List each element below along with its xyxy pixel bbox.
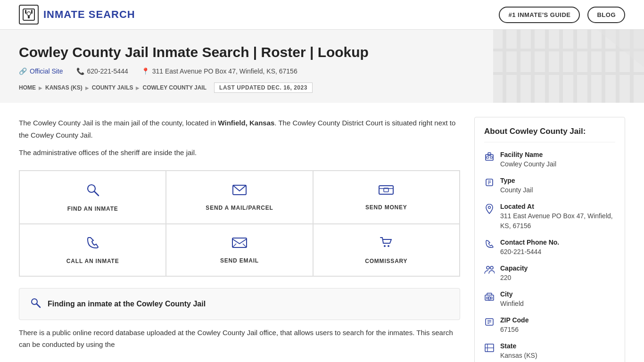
svg-rect-12	[587, 30, 591, 103]
intro-bold: Winfield, Kansas	[218, 119, 274, 127]
send-mail-icon	[232, 183, 247, 200]
svg-point-40	[488, 206, 491, 209]
sidebar: About Cowley County Jail: Facility Name …	[474, 117, 625, 362]
city-value: Winfield	[500, 299, 524, 309]
finding-title: Finding an inmate at the Cowley County J…	[48, 300, 206, 308]
hero-background	[493, 30, 644, 103]
send-money-cell[interactable]: SEND MONEY	[313, 171, 460, 224]
call-inmate-cell[interactable]: CALL AN INMATE	[19, 224, 166, 276]
svg-point-42	[490, 266, 493, 269]
svg-rect-46	[489, 296, 490, 300]
info-row-capacity: Capacity 220	[484, 264, 615, 283]
hero-section: Cowley County Jail Inmate Search | Roste…	[0, 30, 644, 103]
info-row-facility: Facility Name Cowley County Jail	[484, 151, 615, 169]
call-inmate-icon	[86, 236, 100, 253]
phone-item[interactable]: 📞 620-221-5444	[76, 67, 128, 75]
action-grid: FIND AN INMATE SEND A MAIL/PARCEL	[19, 170, 460, 277]
content-lower: There is a public online record database…	[19, 327, 460, 351]
commissary-icon	[379, 236, 394, 253]
location-content: Located At 311 East Avenue PO Box 47, Wi…	[500, 203, 615, 231]
svg-point-1	[27, 12, 31, 16]
location-pin-icon	[484, 204, 495, 216]
phone-content: Contact Phone No. 620-221-5444	[500, 239, 559, 257]
blog-button[interactable]: BLOG	[587, 7, 625, 23]
location-icon: 📍	[141, 67, 149, 75]
breadcrumb-current: COWLEY COUNTY JAIL	[142, 84, 206, 91]
location-label: Located At	[500, 203, 615, 210]
svg-rect-35	[490, 156, 492, 158]
info-row-city: City Winfield	[484, 290, 615, 309]
svg-rect-13	[602, 30, 605, 103]
call-inmate-label: CALL AN INMATE	[66, 258, 119, 264]
phone-value: 620-221-5444	[500, 247, 559, 257]
send-money-icon	[378, 184, 394, 199]
svg-rect-2	[28, 16, 30, 18]
header: INMATE SEARCH #1 INMATE'S GUIDE BLOG	[0, 0, 644, 30]
main-layout: The Cowley County Jail is the main jail …	[0, 103, 644, 362]
svg-rect-45	[491, 297, 492, 299]
send-money-label: SEND MONEY	[365, 204, 407, 211]
official-site-link[interactable]: Official Site	[30, 67, 63, 75]
svg-rect-8	[531, 30, 535, 103]
city-label: City	[500, 290, 524, 298]
state-content: State Kansas (KS)	[500, 342, 537, 361]
breadcrumb-sep-2: ▶	[85, 85, 89, 90]
content-area: The Cowley County Jail is the main jail …	[19, 117, 460, 362]
capacity-content: Capacity 220	[500, 264, 528, 283]
svg-rect-4	[31, 10, 33, 14]
send-mail-cell[interactable]: SEND A MAIL/PARCEL	[166, 171, 313, 224]
svg-rect-11	[573, 30, 577, 103]
find-inmate-label: FIND AN INMATE	[67, 206, 118, 212]
svg-rect-34	[487, 156, 488, 158]
facility-label: Facility Name	[500, 151, 556, 158]
info-row-state: State Kansas (KS)	[484, 342, 615, 361]
capacity-label: Capacity	[500, 264, 528, 272]
breadcrumb-county-jails[interactable]: COUNTY JAILS	[92, 84, 133, 91]
logo-area[interactable]: INMATE SEARCH	[19, 5, 135, 25]
svg-rect-7	[517, 30, 520, 103]
svg-rect-0	[23, 9, 34, 20]
logo-icon	[19, 5, 39, 25]
svg-point-41	[487, 266, 489, 269]
city-icon	[484, 291, 495, 303]
type-icon	[484, 178, 495, 189]
capacity-value: 220	[500, 273, 528, 283]
zip-value: 67156	[500, 325, 528, 335]
svg-line-31	[37, 304, 40, 307]
link-icon: 🔗	[19, 67, 27, 75]
state-label: State	[500, 342, 537, 350]
phone-icon: 📞	[76, 67, 84, 75]
svg-rect-44	[487, 297, 488, 299]
send-mail-label: SEND A MAIL/PARCEL	[206, 205, 273, 211]
svg-rect-22	[379, 186, 393, 194]
svg-point-29	[388, 245, 389, 247]
facility-icon	[484, 152, 495, 164]
commissary-label: COMMISSARY	[365, 258, 407, 264]
breadcrumb-updated: LAST UPDATED DEC. 16, 2023	[214, 82, 313, 93]
facility-content: Facility Name Cowley County Jail	[500, 151, 556, 169]
svg-line-27	[243, 244, 247, 247]
svg-rect-10	[559, 30, 563, 103]
breadcrumb-kansas[interactable]: KANSAS (KS)	[45, 84, 83, 91]
svg-line-20	[94, 191, 99, 196]
capacity-icon	[484, 265, 495, 276]
city-content: City Winfield	[500, 290, 524, 309]
send-email-cell[interactable]: SEND EMAIL	[166, 224, 313, 276]
svg-rect-3	[25, 10, 26, 14]
official-site-item[interactable]: 🔗 Official Site	[19, 67, 63, 75]
commissary-cell[interactable]: COMMISSARY	[313, 224, 460, 276]
inmates-guide-button[interactable]: #1 INMATE'S GUIDE	[499, 7, 580, 23]
send-email-icon	[231, 236, 248, 253]
info-row-type: Type County Jail	[484, 177, 615, 195]
header-nav: #1 INMATE'S GUIDE BLOG	[499, 7, 625, 23]
send-email-label: SEND EMAIL	[220, 257, 259, 264]
breadcrumb-home[interactable]: HOME	[19, 84, 36, 91]
intro-text-1: The Cowley County Jail is the main jail …	[19, 119, 218, 127]
facility-value: Cowley County Jail	[500, 159, 556, 169]
type-label: Type	[500, 177, 533, 184]
info-row-zip: ZIP Code 67156	[484, 316, 615, 335]
zip-content: ZIP Code 67156	[500, 316, 528, 335]
address-item: 📍 311 East Avenue PO Box 47, Winfield, K…	[141, 67, 297, 75]
sidebar-title: About Cowley County Jail:	[484, 127, 615, 142]
find-inmate-cell[interactable]: FIND AN INMATE	[19, 171, 166, 224]
